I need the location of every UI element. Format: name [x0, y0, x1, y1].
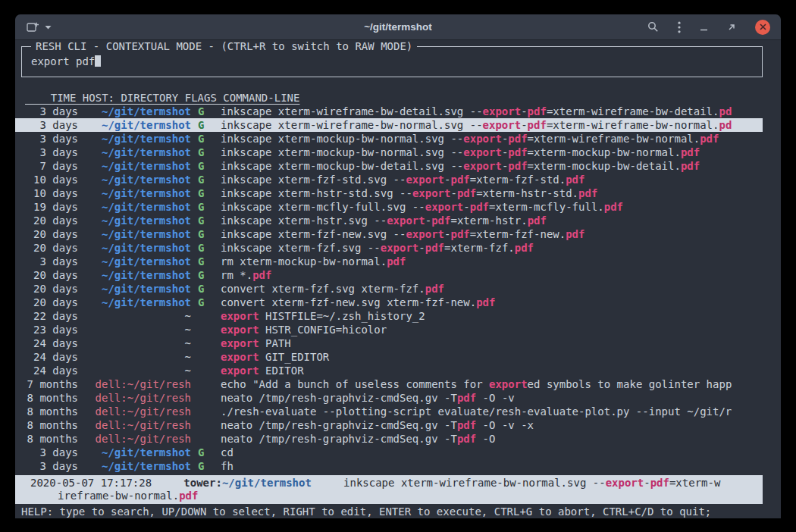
text-segment: fh — [221, 460, 233, 472]
text-segment: inkscape xterm-mockup-bw-normal.svg -- — [221, 146, 463, 158]
history-row[interactable]: 24 days ~ export EDITOR — [15, 364, 763, 377]
history-row[interactable]: 20 days ~/git/termshot G inkscape xterm-… — [15, 227, 763, 241]
match-highlight: pdf — [457, 187, 476, 199]
match-highlight: export — [463, 146, 502, 158]
text-segment: -O -v -x — [476, 419, 534, 431]
terminal-content: RESH CLI - CONTEXTUAL MODE - (CTRL+R to … — [15, 40, 781, 518]
history-row[interactable]: 10 days ~/git/termshot G inkscape xterm-… — [15, 186, 763, 200]
history-row[interactable]: 3 days ~/git/termshot G cd — [15, 446, 763, 459]
text-segment: convert xterm-fzf-new.svg xterm-fzf-new. — [221, 296, 476, 308]
text-segment: inkscape xterm-hstr-std.svg -- — [221, 187, 412, 199]
match-highlight: pdf — [450, 174, 469, 186]
text-segment: ~/git/termshot — [222, 477, 312, 489]
history-row[interactable]: 24 days ~ export GIT_EDITOR — [15, 350, 763, 364]
row-flags: G — [198, 132, 215, 146]
row-command: inkscape xterm-fzf-std.svg --export-pdf=… — [221, 173, 763, 186]
match-highlight: pdf — [515, 242, 534, 254]
text-segment: EDITOR — [259, 365, 304, 377]
new-terminal-button[interactable] — [27, 21, 52, 33]
text-segment: -O -v — [476, 392, 515, 404]
row-command: inkscape xterm-mcfly-full.svg --export-p… — [221, 200, 763, 214]
history-row[interactable]: 8 months dell:~/git/resh neato /tmp/resh… — [15, 418, 763, 432]
table-header: TIME HOST: DIRECTORY FLAGS COMMAND-LINE — [15, 91, 763, 105]
row-dir: ~/git/termshot — [102, 174, 191, 186]
row-dir: ~/git/termshot — [102, 460, 191, 472]
history-row[interactable]: 7 months dell:~/git/resh echo "Add a bun… — [15, 377, 763, 391]
text-segment: - — [521, 105, 527, 117]
row-command: neato /tmp/resh-graphviz-cmdSeq.gv -Tpdf… — [221, 418, 763, 432]
row-command: export HSTR_CONFIG=hicolor — [221, 323, 763, 336]
search-icon[interactable] — [647, 21, 659, 33]
history-row[interactable]: 20 days ~/git/termshot G inkscape xterm-… — [15, 241, 763, 255]
row-dir: ~/git/termshot — [102, 446, 191, 458]
row-dir: ~/git/termshot — [102, 160, 191, 172]
history-row[interactable]: 3 days ~/git/termshot G inkscape xterm-m… — [15, 146, 763, 159]
row-time: 3 days — [25, 446, 78, 459]
row-time: 3 days — [25, 132, 78, 146]
row-time: 10 days — [25, 173, 78, 186]
row-host-dir: ~ — [85, 323, 191, 336]
history-row[interactable]: 23 days ~ export HSTR_CONFIG=hicolor — [15, 323, 763, 336]
text-segment: 2020-05-07 17:17:28 — [30, 477, 183, 489]
titlebar-controls — [647, 20, 770, 35]
match-highlight: pdf — [476, 296, 495, 308]
history-row[interactable]: 8 months dell:~/git/resh neato /tmp/resh… — [15, 432, 763, 446]
text-segment: inkscape xterm-wireframe-bw-normal.svg -… — [221, 119, 483, 131]
minimize-icon[interactable] — [700, 23, 708, 31]
dropdown-chevron-icon — [45, 25, 52, 30]
history-row[interactable]: 20 days ~/git/termshot G rm *.pdf — [15, 268, 763, 282]
history-row[interactable]: 3 days ~/git/termshot G rm xterm-mockup-… — [15, 255, 763, 268]
text-segment: inkscape xterm-fzf.svg -- — [221, 242, 381, 254]
history-row[interactable]: 7 days ~/git/termshot G inkscape xterm-m… — [15, 159, 763, 173]
history-row[interactable]: 3 days ~/git/termshot G fh — [15, 459, 763, 473]
row-dir: ~/git/termshot — [102, 133, 191, 145]
match-highlight: pdf — [528, 105, 547, 117]
match-highlight: pdf — [470, 201, 489, 213]
row-time: 24 days — [25, 350, 78, 364]
match-highlight: pdf — [528, 214, 547, 227]
history-row[interactable]: 3 days ~/git/termshot G inkscape xterm-m… — [15, 132, 763, 146]
match-highlight: export — [406, 228, 444, 240]
text-segment: ed symbols to make golinter happ — [528, 378, 732, 390]
row-dir: ~/git/termshot — [102, 214, 191, 227]
history-row[interactable]: 3 days ~/git/termshot G inkscape xterm-w… — [15, 105, 763, 118]
history-row[interactable]: 20 days ~/git/termshot G inkscape xterm-… — [15, 214, 763, 227]
history-row[interactable]: 20 days ~/git/termshot G convert xterm-f… — [15, 296, 763, 309]
row-time: 20 days — [25, 241, 78, 255]
close-button[interactable] — [755, 20, 770, 35]
row-dir: ~/git/termshot — [102, 296, 191, 308]
restore-icon[interactable] — [727, 23, 736, 32]
row-host-dir: ~ — [85, 336, 191, 350]
history-row[interactable]: 8 months dell:~/git/resh neato /tmp/resh… — [15, 391, 763, 405]
text-segment: rm *. — [221, 269, 252, 281]
history-row[interactable]: 8 months dell:~/git/resh ./resh-evaluate… — [15, 405, 763, 418]
terminal-window: ~/git/termshot — [15, 14, 781, 518]
row-flags: G — [198, 146, 215, 159]
history-row[interactable]: 19 days ~/git/termshot G inkscape xterm-… — [15, 200, 763, 214]
row-dir: ~/git/termshot — [102, 105, 191, 117]
match-highlight: export — [489, 378, 528, 390]
menu-kebab-icon[interactable] — [678, 21, 681, 33]
row-host-dir: ~/git/termshot — [85, 296, 191, 309]
resh-prompt-frame: RESH CLI - CONTEXTUAL MODE - (CTRL+R to … — [21, 46, 763, 77]
text-segment: -O — [476, 433, 495, 445]
text-segment: echo "Add a bunch of useless comments fo… — [221, 378, 489, 390]
row-host-dir: ~/git/termshot — [85, 146, 191, 159]
row-time: 7 months — [25, 377, 78, 391]
row-command: inkscape xterm-fzf.svg --export-pdf=xter… — [221, 241, 763, 255]
text-segment: =xterm-wireframe-bw-normal. — [528, 133, 700, 145]
history-row[interactable]: 20 days ~/git/termshot G convert xterm-f… — [15, 282, 763, 296]
history-row[interactable]: 22 days ~ export HISTFILE=~/.zsh_history… — [15, 309, 763, 323]
match-highlight: pdf — [457, 433, 476, 445]
history-row[interactable]: 3 days ~/git/termshot G inkscape xterm-w… — [15, 118, 763, 132]
history-row[interactable]: 24 days ~ export PATH — [15, 336, 763, 350]
history-row[interactable]: 10 days ~/git/termshot G inkscape xterm-… — [15, 173, 763, 186]
row-flags: G — [198, 282, 215, 296]
row-dir: ~/git/termshot — [102, 255, 191, 268]
text-segment: inkscape xterm-mockup-bw-detail.svg -- — [221, 160, 463, 172]
row-flags: G — [198, 186, 215, 200]
match-highlight: pdf — [604, 201, 623, 213]
row-command: convert xterm-fzf-new.svg xterm-fzf-new.… — [221, 296, 763, 309]
match-highlight: export — [483, 105, 522, 117]
search-input[interactable]: export pdf — [31, 55, 762, 68]
